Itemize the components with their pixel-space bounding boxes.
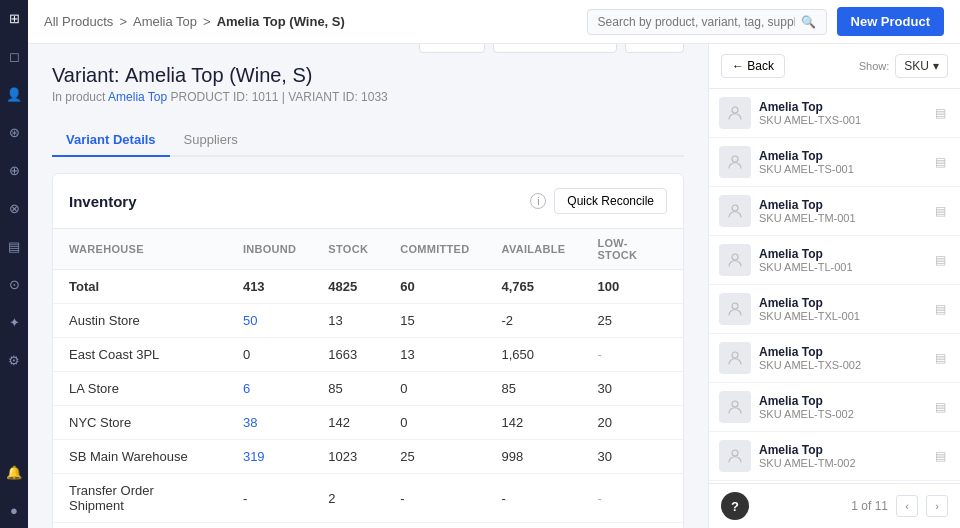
product-list: Amelia Top SKU AMEL-TXS-001 ▤ Amelia Top… (709, 89, 960, 483)
cell-inbound[interactable]: 6 (227, 372, 312, 406)
variant-actions: More ▾ Reconcile Stock Edit ▾ (419, 44, 684, 53)
product-info: Amelia Top SKU AMEL-TXL-001 (759, 296, 922, 322)
reconcile-stock-button[interactable]: Reconcile Stock (493, 44, 616, 53)
col-available: Available (485, 229, 581, 270)
inventory-title: Inventory (69, 193, 137, 210)
cell-stock: 13 (312, 304, 384, 338)
product-name: Amelia Top (759, 296, 922, 310)
cell-inbound[interactable]: 50 (227, 304, 312, 338)
sku-dropdown[interactable]: SKU ▾ (895, 54, 948, 78)
cell-low-stock: 25 (581, 304, 683, 338)
product-action-icon[interactable]: ▤ (930, 103, 950, 123)
cell-warehouse: Transfer Order Shipment (53, 474, 227, 523)
variant-header: Variant: Amelia Top (Wine, S) In product… (52, 64, 388, 104)
product-link[interactable]: Amelia Top (108, 90, 167, 104)
cell-stock: 1663 (312, 338, 384, 372)
people-icon[interactable]: 👤 (4, 84, 24, 104)
cell-committed: 0 (384, 406, 485, 440)
list-item[interactable]: Amelia Top SKU AMEL-TS-001 ▤ (709, 138, 960, 187)
edit-button[interactable]: Edit ▾ (625, 44, 684, 53)
home-icon[interactable]: ⊞ (4, 8, 24, 28)
product-name: Amelia Top (759, 149, 922, 163)
breadcrumb-all-products[interactable]: All Products (44, 14, 113, 29)
breadcrumb-parent[interactable]: Amelia Top (133, 14, 197, 29)
list-item[interactable]: Amelia Top SKU AMEL-TS-002 ▤ (709, 383, 960, 432)
table-row: West Coast 3PL 0 1897 5 1,892 - (53, 523, 683, 529)
product-action-icon[interactable]: ▤ (930, 299, 950, 319)
cell-low-stock: - (581, 338, 683, 372)
cell-available: 1,892 (485, 523, 581, 529)
tab-variant-details[interactable]: Variant Details (52, 124, 170, 157)
gear-icon[interactable]: ⚙ (4, 350, 24, 370)
inventory-header: Inventory i Quick Reconcile (53, 174, 683, 229)
new-product-button[interactable]: New Product (837, 7, 944, 36)
bag-icon[interactable]: ⊕ (4, 160, 24, 180)
users-icon[interactable]: ⊙ (4, 274, 24, 294)
list-item[interactable]: Amelia Top SKU AMEL-TM-002 ▤ (709, 432, 960, 481)
help-button[interactable]: ? (721, 492, 749, 520)
tab-suppliers[interactable]: Suppliers (170, 124, 252, 157)
link-icon[interactable]: ⊗ (4, 198, 24, 218)
breadcrumb-current: Amelia Top (Wine, S) (217, 14, 345, 29)
tabs: Variant Details Suppliers (52, 124, 684, 157)
in-product-label: In product (52, 90, 105, 104)
cell-low-stock: - (581, 474, 683, 523)
product-action-icon[interactable]: ▤ (930, 152, 950, 172)
edit-label: Edit (638, 44, 660, 46)
back-button[interactable]: ← Back (721, 54, 785, 78)
inventory-actions: i Quick Reconcile (530, 188, 667, 214)
cell-stock: 85 (312, 372, 384, 406)
pagination-text: 1 of 11 (851, 499, 888, 513)
list-item[interactable]: Amelia Top SKU AMEL-TM-001 ▤ (709, 187, 960, 236)
cell-inbound[interactable]: 319 (227, 440, 312, 474)
cell-inbound[interactable]: 38 (227, 406, 312, 440)
variant-meta: In product Amelia Top PRODUCT ID: 1011 |… (52, 90, 388, 104)
product-action-icon[interactable]: ▤ (930, 397, 950, 417)
cell-available: 998 (485, 440, 581, 474)
left-panel: Variant: Amelia Top (Wine, S) In product… (28, 44, 708, 528)
list-item[interactable]: Amelia Top SKU AMEL-TXS-002 ▤ (709, 334, 960, 383)
list-item[interactable]: Amelia Top SKU AMEL-TXL-001 ▤ (709, 285, 960, 334)
cell-low-stock: 30 (581, 372, 683, 406)
product-action-icon[interactable]: ▤ (930, 250, 950, 270)
product-info: Amelia Top SKU AMEL-TM-002 (759, 443, 922, 469)
cell-warehouse: NYC Store (53, 406, 227, 440)
cell-committed: 15 (384, 304, 485, 338)
list-item[interactable]: Amelia Top SKU AMEL-TXS-001 ▤ (709, 89, 960, 138)
product-info: Amelia Top SKU AMEL-TL-001 (759, 247, 922, 273)
product-thumb (719, 293, 751, 325)
search-box[interactable]: 🔍 (587, 9, 827, 35)
more-button[interactable]: More ▾ (419, 44, 486, 53)
product-action-icon[interactable]: ▤ (930, 201, 950, 221)
product-sku: SKU AMEL-TS-001 (759, 163, 922, 175)
product-action-icon[interactable]: ▤ (930, 446, 950, 466)
settings-star-icon[interactable]: ✦ (4, 312, 24, 332)
box-icon[interactable]: ◻ (4, 46, 24, 66)
bell-icon[interactable]: 🔔 (4, 462, 24, 482)
next-page-button[interactable]: › (926, 495, 948, 517)
svg-point-0 (732, 107, 738, 113)
table-row: SB Main Warehouse 319 1023 25 998 30 (53, 440, 683, 474)
product-thumb (719, 342, 751, 374)
svg-point-5 (732, 352, 738, 358)
chart-icon[interactable]: ▤ (4, 236, 24, 256)
product-name: Amelia Top (759, 198, 922, 212)
prev-page-button[interactable]: ‹ (896, 495, 918, 517)
product-thumb (719, 97, 751, 129)
product-sku: SKU AMEL-TL-001 (759, 261, 922, 273)
search-input[interactable] (598, 15, 795, 29)
quick-reconcile-button[interactable]: Quick Reconcile (554, 188, 667, 214)
list-item[interactable]: Amelia Top SKU AMEL-TL-001 ▤ (709, 236, 960, 285)
info-icon[interactable]: i (530, 193, 546, 209)
product-sku: SKU AMEL-TXS-002 (759, 359, 922, 371)
cell-warehouse: East Coast 3PL (53, 338, 227, 372)
tag-icon[interactable]: ⊛ (4, 122, 24, 142)
product-action-icon[interactable]: ▤ (930, 348, 950, 368)
topbar: All Products > Amelia Top > Amelia Top (… (28, 0, 960, 44)
product-thumb (719, 440, 751, 472)
user-icon[interactable]: ● (4, 500, 24, 520)
variant-title-prefix: Variant: (52, 64, 119, 86)
sku-chevron-icon: ▾ (933, 59, 939, 73)
breadcrumb-sep1: > (119, 14, 127, 29)
more-chevron-icon: ▾ (465, 44, 472, 46)
